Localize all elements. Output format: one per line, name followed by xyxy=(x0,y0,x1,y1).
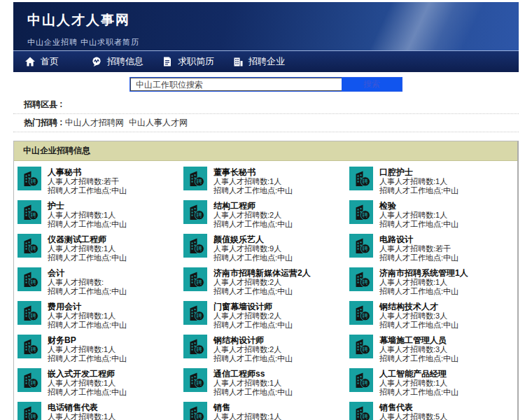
job-card[interactable]: 聘 口腔护士 人事人才招聘数:1人 招聘人才工作地点:中山 xyxy=(349,167,514,195)
job-card[interactable]: 聘 人工智能产品经理 人事人才招聘数:1人 招聘人才工作地点:中山 xyxy=(349,368,514,397)
job-text: 检验 人事人才招聘数:1人 招聘人才工作地点:中山 xyxy=(379,200,458,229)
job-card[interactable]: 聘 人事秘书 人事人才招聘数:若干 招聘人才工作地点:中山 xyxy=(17,167,183,195)
job-location: 招聘人才工作地点:中山 xyxy=(214,321,293,330)
search-box: 搜索 xyxy=(130,77,402,92)
job-location: 招聘人才工作地点:中山 xyxy=(379,253,458,262)
hot-link-hr-site[interactable]: 中山人事人才网 xyxy=(129,118,188,127)
job-text: 济南市招聘系统管理1人 人事人才招聘数:1人 招聘人才工作地点:中山 xyxy=(379,267,468,296)
job-text: 护士 人事人才招聘数:1人 招聘人才工作地点:中山 xyxy=(48,200,127,229)
job-recruit-count: 人事人才招聘数:1人 xyxy=(214,177,293,186)
company-job-icon: 聘 xyxy=(183,402,207,420)
job-recruit-count: 人事人才招聘数:1人 xyxy=(379,379,458,388)
svg-text:聘: 聘 xyxy=(30,413,37,420)
job-title: 检验 xyxy=(379,200,458,211)
job-card[interactable]: 聘 检验 人事人才招聘数:1人 招聘人才工作地点:中山 xyxy=(349,200,514,229)
company-job-icon: 聘 xyxy=(183,267,207,291)
nav-label-job-info: 招聘信息 xyxy=(107,55,144,68)
svg-text:聘: 聘 xyxy=(30,178,37,185)
job-location: 招聘人才工作地点:中山 xyxy=(48,253,127,262)
job-title: 济南市招聘新媒体运营2人 xyxy=(214,267,311,278)
hot-link-talent-site[interactable]: 中山人才招聘网 xyxy=(65,118,124,127)
company-job-icon: 聘 xyxy=(183,234,207,258)
job-title: 通信工程师ss xyxy=(214,368,293,379)
job-card[interactable]: 聘 嵌入式开发工程师 人事人才招聘数:1人 招聘人才工作地点:中山 xyxy=(17,368,183,397)
job-title: 钢结构设计师 xyxy=(214,335,293,345)
job-location: 招聘人才工作地点:中山 xyxy=(48,186,127,195)
job-title: 电话销售代表 xyxy=(48,402,127,412)
job-card[interactable]: 聘 销售代表 人事人才招聘数:5人 招聘人才工作地点:中山 xyxy=(349,402,514,420)
svg-text:聘: 聘 xyxy=(196,245,203,252)
job-recruit-count: 人事人才招聘数:1人 xyxy=(48,312,127,321)
company-job-icon: 聘 xyxy=(183,200,207,224)
svg-text:聘: 聘 xyxy=(30,379,37,386)
job-text: 口腔护士 人事人才招聘数:1人 招聘人才工作地点:中山 xyxy=(379,167,458,195)
job-card[interactable]: 聘 钢结构技术人才 人事人才招聘数:3人 招聘人才工作地点:中山 xyxy=(349,301,514,330)
job-card[interactable]: 聘 门窗幕墙设计师 人事人才招聘数:2人 招聘人才工作地点:中山 xyxy=(183,301,349,330)
job-card[interactable]: 聘 济南市招聘系统管理1人 人事人才招聘数:1人 招聘人才工作地点:中山 xyxy=(349,267,514,296)
job-card[interactable]: 聘 通信工程师ss 人事人才招聘数:1人 招聘人才工作地点:中山 xyxy=(183,368,349,397)
company-job-icon: 聘 xyxy=(183,301,207,325)
job-recruit-count: 人事人才招聘数:5人 xyxy=(379,412,458,420)
job-card[interactable]: 聘 会计 人事人才招聘数: 招聘人才工作地点:中山 xyxy=(17,267,183,296)
svg-text:聘: 聘 xyxy=(196,279,203,286)
job-location: 招聘人才工作地点:中山 xyxy=(48,220,127,229)
job-text: 通信工程师ss 人事人才招聘数:1人 招聘人才工作地点:中山 xyxy=(214,368,293,397)
home-icon xyxy=(24,56,36,67)
job-location: 招聘人才工作地点:中山 xyxy=(379,321,458,330)
job-location: 招聘人才工作地点:中山 xyxy=(379,186,458,195)
nav-label-resume: 求职简历 xyxy=(178,55,214,68)
job-card[interactable]: 聘 济南市招聘新媒体运营2人 人事人才招聘数:2人 招聘人才工作地点:中山 xyxy=(183,267,349,296)
job-title: 幕墙施工管理人员 xyxy=(379,335,458,345)
job-card[interactable]: 聘 护士 人事人才招聘数:1人 招聘人才工作地点:中山 xyxy=(17,200,183,229)
job-card[interactable]: 聘 董事长秘书 人事人才招聘数:1人 招聘人才工作地点:中山 xyxy=(183,167,349,195)
job-text: 财务BP 人事人才招聘数:1人 招聘人才工作地点:中山 xyxy=(48,335,127,363)
job-card[interactable]: 聘 费用会计 人事人才招聘数:1人 招聘人才工作地点:中山 xyxy=(17,301,183,330)
resume-icon xyxy=(162,56,173,67)
job-title: 钢结构技术人才 xyxy=(379,301,458,312)
job-title: 门窗幕墙设计师 xyxy=(214,301,293,312)
nav-item-job-info[interactable]: 招聘信息 xyxy=(91,55,144,68)
company-job-icon: 聘 xyxy=(349,301,373,325)
job-card[interactable]: 聘 幕墙施工管理人员 人事人才招聘数:3人 招聘人才工作地点:中山 xyxy=(349,335,514,363)
svg-text:聘: 聘 xyxy=(196,211,203,218)
job-title: 财务BP xyxy=(48,335,127,345)
job-text: 销售 人事人才招聘数:1人 招聘人才工作地点:中山 xyxy=(214,402,293,420)
nav-item-companies[interactable]: 招聘企业 xyxy=(232,55,285,68)
job-recruit-count: 人事人才招聘数:1人 xyxy=(379,278,468,287)
svg-text:聘: 聘 xyxy=(30,312,37,319)
job-card[interactable]: 聘 颜值娱乐艺人 人事人才招聘数:9人 招聘人才工作地点:中山 xyxy=(183,234,349,262)
job-text: 颜值娱乐艺人 人事人才招聘数:9人 招聘人才工作地点:中山 xyxy=(214,234,293,262)
job-card[interactable]: 聘 电路设计 人事人才招聘数:若干 招聘人才工作地点:中山 xyxy=(349,234,514,262)
job-title: 口腔护士 xyxy=(379,167,458,177)
company-job-icon: 聘 xyxy=(349,335,373,358)
job-text: 钢结构技术人才 人事人才招聘数:3人 招聘人才工作地点:中山 xyxy=(379,301,458,330)
svg-text:聘: 聘 xyxy=(362,346,369,353)
job-card[interactable]: 聘 结构工程师 人事人才招聘数:2人 招聘人才工作地点:中山 xyxy=(183,200,349,229)
company-job-icon: 聘 xyxy=(18,301,41,325)
nav-item-resume[interactable]: 求职简历 xyxy=(162,55,214,68)
job-recruit-count: 人事人才招聘数:1人 xyxy=(379,177,458,186)
search-button[interactable]: 搜索 xyxy=(342,78,402,91)
jobs-grid: 聘 人事秘书 人事人才招聘数:若干 招聘人才工作地点:中山 聘 董事长秘书 xyxy=(14,161,517,420)
job-recruit-count: 人事人才招聘数:3人 xyxy=(379,312,458,321)
company-job-icon: 聘 xyxy=(18,267,41,291)
job-recruit-count: 人事人才招聘数:1人 xyxy=(48,211,127,220)
job-card[interactable]: 聘 财务BP 人事人才招聘数:1人 招聘人才工作地点:中山 xyxy=(17,335,183,363)
job-card[interactable]: 聘 钢结构设计师 人事人才招聘数:2人 招聘人才工作地点:中山 xyxy=(183,335,349,363)
company-job-icon: 聘 xyxy=(18,200,41,224)
job-text: 电路设计 人事人才招聘数:若干 招聘人才工作地点:中山 xyxy=(379,234,458,262)
job-card[interactable]: 聘 仪器测试工程师 人事人才招聘数:1人 招聘人才工作地点:中山 xyxy=(17,234,183,262)
svg-text:聘: 聘 xyxy=(362,413,369,420)
job-text: 费用会计 人事人才招聘数:1人 招聘人才工作地点:中山 xyxy=(48,301,127,330)
search-input[interactable] xyxy=(130,78,342,91)
svg-text:聘: 聘 xyxy=(196,379,203,386)
job-recruit-count: 人事人才招聘数:2人 xyxy=(214,278,311,287)
job-card[interactable]: 聘 电话销售代表 人事人才招聘数:1人 招聘人才工作地点:中山 xyxy=(17,402,183,420)
nav-label-companies: 招聘企业 xyxy=(248,55,285,68)
job-card[interactable]: 聘 销售 人事人才招聘数:1人 招聘人才工作地点:中山 xyxy=(183,402,349,420)
page: 中山人才人事网 中山企业招聘 中山求职者简历 首页 招聘信息 求职简历 xyxy=(13,2,519,420)
job-title: 销售 xyxy=(214,402,293,412)
site-subtitle: 中山企业招聘 中山求职者简历 xyxy=(27,37,519,48)
nav-item-home[interactable]: 首页 xyxy=(24,55,59,68)
company-job-icon: 聘 xyxy=(349,167,373,190)
